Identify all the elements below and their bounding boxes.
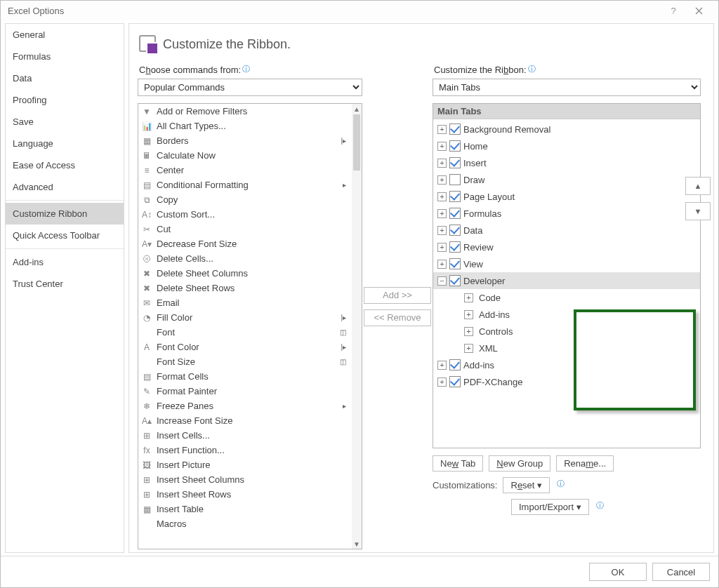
expand-icon[interactable]: + (464, 327, 473, 336)
rename-button[interactable]: Rename... (556, 455, 614, 472)
command-item[interactable]: ⧉Copy (138, 192, 352, 207)
tab-checkbox[interactable] (449, 275, 461, 286)
command-item[interactable]: Font Size◫ (138, 354, 352, 369)
tab-checkbox[interactable] (449, 258, 461, 269)
tab-checkbox[interactable] (449, 225, 461, 236)
sidebar-item-customize-ribbon[interactable]: Customize Ribbon (6, 203, 124, 225)
sidebar-item-general[interactable]: General (6, 24, 124, 46)
tree-tab-home[interactable]: +Home (433, 138, 700, 154)
tree-tab-background-removal[interactable]: +Background Removal (433, 121, 700, 138)
help-button[interactable]: ? (661, 1, 686, 20)
sidebar-item-add-ins[interactable]: Add-ins (6, 251, 124, 273)
close-button[interactable] (686, 1, 711, 20)
command-item[interactable]: ▤Conditional Formatting▸ (138, 178, 352, 192)
cancel-button[interactable]: Cancel (652, 563, 710, 581)
tab-checkbox[interactable] (449, 241, 461, 253)
commands-list[interactable]: ▼Add or Remove Filters📊All Chart Types..… (138, 103, 362, 549)
command-item[interactable]: ⊞Insert Cells... (138, 428, 352, 443)
expand-icon[interactable]: + (437, 192, 447, 201)
expand-icon[interactable]: + (437, 361, 447, 370)
reset-button[interactable]: Reset ▾ (503, 477, 550, 493)
add-button[interactable]: Add >> (364, 287, 431, 304)
customize-ribbon-combo[interactable]: Main Tabs (433, 79, 701, 96)
sidebar-item-advanced[interactable]: Advanced (6, 176, 124, 198)
command-item[interactable]: A▴Increase Font Size (138, 413, 352, 428)
tree-tab-draw[interactable]: +Draw (433, 171, 700, 188)
ribbon-tree[interactable]: Main Tabs +Background Removal+Home+Inser… (433, 103, 701, 448)
expand-icon[interactable]: − (437, 276, 447, 286)
tree-tab-pdf-xchange[interactable]: +PDF-XChange (433, 373, 700, 390)
info-icon[interactable]: ⓘ (242, 64, 250, 74)
move-up-button[interactable]: ▲ (685, 177, 711, 195)
expand-icon[interactable]: + (464, 344, 473, 353)
command-item[interactable]: ⊞Insert Sheet Columns (138, 472, 352, 487)
tree-tab-developer[interactable]: −Developer (433, 272, 700, 289)
expand-icon[interactable]: + (437, 142, 447, 151)
command-item[interactable]: ✎Format Painter (138, 384, 352, 399)
tree-tab-page-layout[interactable]: +Page Layout (433, 188, 700, 205)
command-item[interactable]: 📊All Chart Types... (138, 119, 352, 133)
expand-icon[interactable]: + (464, 293, 473, 302)
command-item[interactable]: fxInsert Function... (138, 443, 352, 457)
import-export-button[interactable]: Import/Export ▾ (511, 499, 589, 515)
sidebar-item-ease-of-access[interactable]: Ease of Access (6, 154, 124, 176)
command-item[interactable]: ▦Borders|▸ (138, 133, 352, 148)
command-item[interactable]: ⮾Delete Cells... (138, 251, 352, 266)
expand-icon[interactable]: + (437, 377, 447, 387)
tree-group-code[interactable]: +Code (433, 289, 700, 306)
sidebar-item-quick-access-toolbar[interactable]: Quick Access Toolbar (6, 225, 124, 246)
command-item[interactable]: ≡Center (138, 163, 352, 178)
tab-checkbox[interactable] (449, 140, 461, 152)
scroll-up-button[interactable]: ▲ (352, 104, 362, 114)
command-item[interactable]: 🖩Calculate Now (138, 148, 352, 163)
scroll-thumb[interactable] (353, 114, 360, 171)
tree-tab-view[interactable]: +View (433, 255, 700, 272)
expand-icon[interactable]: + (437, 226, 447, 235)
command-item[interactable]: ❄Freeze Panes▸ (138, 399, 352, 413)
tab-checkbox[interactable] (449, 174, 461, 185)
tree-group-controls[interactable]: +Controls (433, 323, 700, 340)
sidebar-item-data[interactable]: Data (6, 67, 124, 89)
tree-tab-add-ins[interactable]: +Add-ins (433, 356, 700, 373)
commands-scrollbar[interactable]: ▲ ▼ (352, 104, 362, 549)
command-item[interactable]: ✖Delete Sheet Rows (138, 281, 352, 295)
expand-icon[interactable]: + (437, 260, 447, 269)
info-icon[interactable]: ⓘ (557, 479, 565, 489)
remove-button[interactable]: << Remove (364, 309, 431, 326)
command-item[interactable]: ▼Add or Remove Filters (138, 104, 352, 119)
ok-button[interactable]: OK (589, 563, 647, 581)
tab-checkbox[interactable] (449, 157, 461, 168)
command-item[interactable]: ✖Delete Sheet Columns (138, 266, 352, 281)
expand-icon[interactable]: + (437, 243, 447, 252)
command-item[interactable]: ▦Insert Table (138, 502, 352, 516)
expand-icon[interactable]: + (464, 310, 473, 319)
command-item[interactable]: AFont Color|▸ (138, 340, 352, 354)
choose-commands-combo[interactable]: Popular Commands (138, 79, 362, 96)
command-item[interactable]: ▤Format Cells (138, 369, 352, 384)
expand-icon[interactable]: + (437, 125, 447, 134)
command-item[interactable]: ⊞Insert Sheet Rows (138, 487, 352, 502)
info-icon[interactable]: ⓘ (528, 64, 536, 74)
command-item[interactable]: A▾Decrease Font Size (138, 236, 352, 251)
info-icon[interactable]: ⓘ (596, 500, 604, 511)
sidebar-item-save[interactable]: Save (6, 111, 124, 133)
tree-tab-review[interactable]: +Review (433, 239, 700, 255)
tree-tab-data[interactable]: +Data (433, 222, 700, 239)
expand-icon[interactable]: + (437, 209, 447, 218)
command-item[interactable]: ◔Fill Color|▸ (138, 310, 352, 325)
tab-checkbox[interactable] (449, 208, 461, 219)
expand-icon[interactable]: + (437, 175, 447, 185)
sidebar-item-trust-center[interactable]: Trust Center (6, 273, 124, 295)
command-item[interactable]: A↕Custom Sort... (138, 207, 352, 222)
new-group-button[interactable]: New Group (489, 455, 550, 472)
command-item[interactable]: ✉Email (138, 295, 352, 310)
command-item[interactable]: Font◫ (138, 325, 352, 340)
command-item[interactable]: Macros (138, 516, 352, 531)
move-down-button[interactable]: ▼ (685, 202, 711, 220)
tab-checkbox[interactable] (449, 359, 461, 370)
command-item[interactable]: ✂Cut (138, 222, 352, 236)
scroll-down-button[interactable]: ▼ (352, 539, 362, 549)
command-item[interactable]: 🖼Insert Picture (138, 457, 352, 472)
tab-checkbox[interactable] (449, 191, 461, 202)
tab-checkbox[interactable] (449, 376, 461, 387)
